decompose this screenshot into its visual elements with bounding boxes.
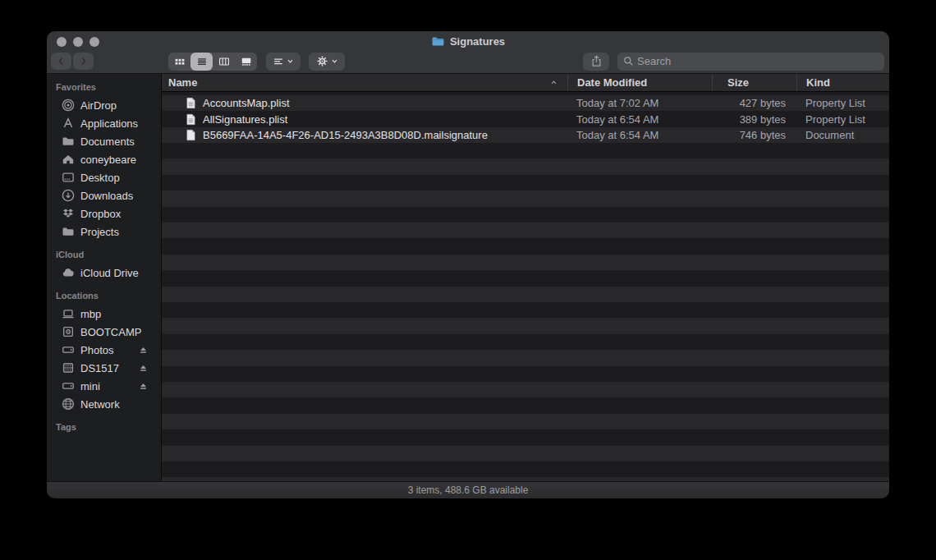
sidebar-item-dropbox[interactable]: Dropbox — [47, 204, 161, 223]
sidebar-item-label: mini — [80, 380, 100, 392]
column-label: Name — [168, 76, 197, 89]
file-list: Name Date Modified Size Kind AccountsMap… — [162, 74, 889, 481]
sidebar-item-label: Applications — [80, 117, 138, 130]
status-text: 3 items, 488.6 GB available — [408, 484, 529, 496]
sidebar-item-label: AirDrop — [80, 99, 117, 112]
folder-icon — [431, 34, 445, 48]
sidebar-item-projects[interactable]: Projects — [47, 223, 161, 241]
search-input[interactable] — [637, 55, 879, 67]
sidebar-item-bootcamp[interactable]: BOOTCAMP — [47, 323, 161, 341]
close-button[interactable] — [57, 37, 67, 47]
file-row[interactable]: AllSignatures.plistToday at 6:54 AM389 b… — [162, 111, 889, 126]
sidebar-item-airdrop[interactable]: AirDrop — [47, 96, 161, 114]
column-header-name[interactable]: Name — [162, 74, 567, 91]
file-row[interactable]: AccountsMap.plistToday at 7:02 AM427 byt… — [162, 95, 889, 111]
sidebar-section-locations: LocationsmbpBOOTCAMPPhotosDS1517miniNetw… — [47, 289, 161, 413]
column-label: Size — [727, 76, 749, 89]
column-header-row: Name Date Modified Size Kind — [162, 74, 889, 92]
toolbar — [47, 51, 889, 73]
search-field[interactable] — [617, 53, 884, 71]
column-header-kind[interactable]: Kind — [796, 74, 889, 91]
list-view-button[interactable] — [190, 53, 213, 71]
forward-button[interactable] — [73, 53, 94, 70]
applications-icon — [62, 117, 75, 130]
action-menu-button[interactable] — [309, 53, 345, 71]
sidebar-item-label: Documents — [80, 135, 135, 148]
sidebar-item-applications[interactable]: Applications — [47, 114, 161, 132]
sidebar-section-label: Favorites — [47, 80, 161, 96]
sidebar-item-network[interactable]: Network — [47, 395, 161, 413]
sidebar-item-label: Network — [80, 398, 120, 411]
file-name: B5669FAA-14A5-4F26-AD15-2493A3B8D08D.mai… — [203, 129, 488, 141]
home-icon — [62, 153, 75, 166]
plist-file-icon — [185, 113, 197, 126]
icon-view-button[interactable] — [168, 53, 190, 71]
finder-window: Signatures — [47, 31, 889, 498]
laptop-icon — [62, 307, 75, 320]
column-view-button[interactable] — [213, 53, 235, 71]
sidebar-item-label: coneybeare — [80, 154, 136, 166]
share-button[interactable] — [583, 53, 609, 71]
chevron-left-icon — [56, 56, 67, 67]
sidebar-item-label: BOOTCAMP — [80, 326, 141, 338]
file-size: 746 bytes — [712, 129, 796, 141]
sidebar-section-label: iCloud — [47, 248, 161, 264]
column-label: Kind — [806, 76, 830, 89]
gear-icon — [316, 55, 328, 67]
sidebar-item-label: Downloads — [80, 190, 133, 202]
globe-icon — [62, 397, 75, 411]
zoom-button[interactable] — [89, 37, 99, 47]
sidebar-item-documents[interactable]: Documents — [47, 132, 161, 150]
sidebar-item-mbp[interactable]: mbp — [47, 305, 161, 323]
column-header-date-modified[interactable]: Date Modified — [567, 74, 712, 91]
sidebar-item-desktop[interactable]: Desktop — [47, 168, 161, 186]
column-header-size[interactable]: Size — [712, 74, 796, 91]
traffic-lights — [57, 37, 99, 47]
sidebar-item-label: Projects — [80, 226, 119, 238]
gallery-view-icon — [241, 56, 252, 67]
internal-drive-icon — [62, 325, 75, 338]
dropbox-icon — [62, 207, 75, 220]
search-icon — [623, 56, 634, 67]
file-date-modified: Today at 7:02 AM — [567, 97, 712, 109]
plist-file-icon — [185, 97, 197, 109]
file-date-modified: Today at 6:54 AM — [567, 113, 712, 126]
external-drive-icon — [62, 379, 75, 392]
sidebar-section-label: Locations — [47, 289, 161, 305]
external-drive-icon — [62, 343, 75, 356]
sidebar-item-coneybeare[interactable]: coneybeare — [47, 150, 161, 168]
file-name-cell: AccountsMap.plist — [162, 97, 567, 109]
eject-icon[interactable] — [138, 381, 149, 392]
eject-icon[interactable] — [138, 345, 149, 356]
sidebar-item-label: DS1517 — [80, 362, 119, 374]
eject-icon[interactable] — [138, 363, 149, 374]
sidebar-item-ds1517[interactable]: DS1517 — [47, 359, 161, 377]
sidebar-item-label: Desktop — [80, 172, 120, 184]
document-file-icon — [185, 129, 197, 141]
sidebar-item-label: mbp — [80, 308, 101, 320]
minimize-button[interactable] — [73, 37, 83, 47]
sidebar-item-photos[interactable]: Photos — [47, 341, 161, 359]
file-kind: Property List — [796, 113, 889, 126]
group-by-button[interactable] — [266, 53, 301, 71]
sidebar-item-downloads[interactable]: Downloads — [47, 186, 161, 204]
chevron-right-icon — [78, 56, 89, 67]
file-name: AllSignatures.plist — [203, 113, 287, 126]
window-title: Signatures — [450, 35, 505, 48]
airdrop-icon — [62, 99, 75, 112]
sidebar-item-mini[interactable]: mini — [47, 377, 161, 395]
back-button[interactable] — [51, 53, 71, 70]
chevron-down-icon — [287, 57, 294, 65]
file-name-cell: AllSignatures.plist — [162, 113, 567, 126]
downloads-icon — [62, 189, 75, 202]
titlebar: Signatures — [47, 31, 889, 51]
gallery-view-button[interactable] — [235, 53, 257, 71]
file-name-cell: B5669FAA-14A5-4F26-AD15-2493A3B8D08D.mai… — [162, 129, 567, 141]
sidebar-item-label: Dropbox — [80, 208, 121, 220]
nas-icon — [62, 361, 75, 374]
sidebar-item-icloud-drive[interactable]: iCloud Drive — [47, 264, 161, 282]
empty-list-stripes — [162, 143, 889, 481]
chevron-down-icon — [331, 57, 338, 65]
file-row[interactable]: B5669FAA-14A5-4F26-AD15-2493A3B8D08D.mai… — [162, 127, 889, 143]
grid-view-icon — [174, 56, 186, 67]
